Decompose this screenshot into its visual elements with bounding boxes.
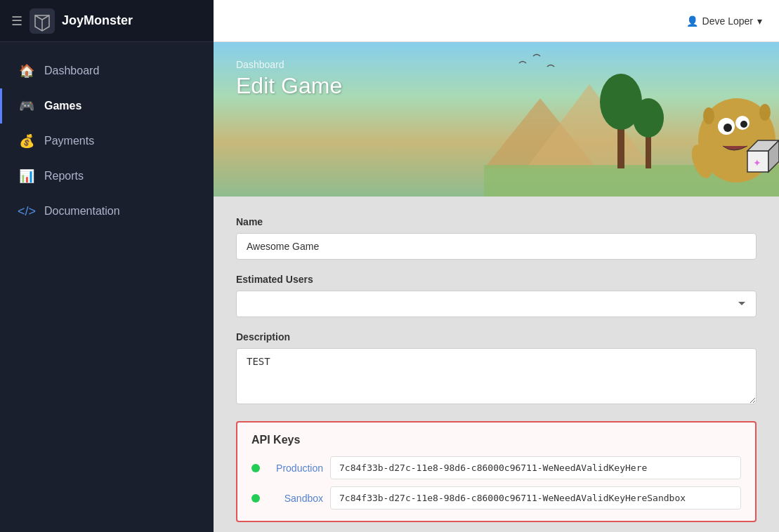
sidebar-item-label-games: Games bbox=[44, 100, 81, 112]
api-key-row-production: Production bbox=[251, 456, 741, 479]
api-keys-title: API Keys bbox=[251, 434, 741, 446]
sidebar-item-label-documentation: Documentation bbox=[44, 205, 120, 218]
logo-icon bbox=[30, 8, 55, 34]
payments-icon: 💰 bbox=[19, 133, 34, 149]
name-label: Name bbox=[236, 216, 757, 227]
user-label: Deve Loper bbox=[702, 15, 753, 27]
hero-title-area: Dashboard Edit Game bbox=[236, 59, 342, 99]
sidebar-item-payments[interactable]: 💰 Payments bbox=[0, 124, 214, 159]
sidebar-item-dashboard[interactable]: 🏠 Dashboard bbox=[0, 53, 214, 88]
navigation: 🏠 Dashboard 🎮 Games 💰 Payments 📊 Reports… bbox=[0, 42, 214, 532]
breadcrumb: Dashboard bbox=[236, 59, 342, 70]
name-input[interactable] bbox=[236, 233, 757, 260]
sidebar-item-documentation[interactable]: </> Documentation bbox=[0, 194, 214, 229]
games-icon: 🎮 bbox=[19, 98, 34, 114]
form-area: Name Estimated Users 1,000 10,000 100,00… bbox=[214, 197, 779, 532]
estimated-users-field-group: Estimated Users 1,000 10,000 100,000 bbox=[236, 274, 757, 317]
api-key-value-sandbox[interactable] bbox=[330, 486, 741, 510]
api-key-label-production: Production bbox=[267, 463, 323, 474]
api-key-value-production[interactable] bbox=[330, 456, 741, 479]
status-dot-production bbox=[251, 464, 260, 472]
svg-point-11 bbox=[633, 98, 664, 138]
api-keys-section: API Keys Production Sandbox bbox=[236, 421, 757, 522]
api-key-row-sandbox: Sandbox bbox=[251, 486, 741, 510]
svg-point-17 bbox=[703, 107, 714, 124]
description-field-group: Description TEST bbox=[236, 331, 757, 407]
sidebar-item-label-reports: Reports bbox=[44, 170, 84, 182]
hamburger-icon[interactable]: ☰ bbox=[11, 13, 22, 29]
sidebar-item-label-dashboard: Dashboard bbox=[44, 65, 99, 77]
sidebar-item-games[interactable]: 🎮 Games bbox=[0, 88, 214, 124]
svg-point-16 bbox=[740, 121, 747, 128]
user-icon: 👤 bbox=[686, 15, 698, 27]
sidebar-item-reports[interactable]: 📊 Reports bbox=[0, 159, 214, 194]
user-menu[interactable]: 👤 Deve Loper ▾ bbox=[686, 15, 762, 27]
status-dot-sandbox bbox=[251, 494, 260, 503]
sidebar-item-label-payments: Payments bbox=[44, 135, 94, 147]
app-name: JoyMonster bbox=[62, 13, 133, 28]
description-input[interactable]: TEST bbox=[236, 348, 757, 404]
svg-point-15 bbox=[724, 124, 732, 132]
estimated-users-label: Estimated Users bbox=[236, 274, 757, 285]
documentation-icon: </> bbox=[19, 204, 34, 219]
estimated-users-select[interactable]: 1,000 10,000 100,000 bbox=[236, 291, 757, 317]
name-field-group: Name bbox=[236, 216, 757, 260]
hero-banner: ✦ Dashboard Edit Game bbox=[214, 42, 779, 197]
topbar: 👤 Deve Loper ▾ bbox=[214, 0, 779, 42]
chevron-down-icon: ▾ bbox=[757, 15, 762, 27]
svg-point-18 bbox=[759, 104, 771, 121]
description-label: Description bbox=[236, 331, 757, 343]
api-key-label-sandbox: Sandbox bbox=[267, 493, 323, 504]
page-title: Edit Game bbox=[236, 73, 342, 99]
svg-text:✦: ✦ bbox=[753, 157, 761, 168]
main-content: 👤 Deve Loper ▾ bbox=[214, 0, 779, 532]
dashboard-icon: 🏠 bbox=[19, 63, 34, 79]
sidebar-header: ☰ JoyMonster bbox=[0, 0, 214, 42]
sidebar: ☰ JoyMonster 🏠 Dashboard 🎮 Games 💰 Payme… bbox=[0, 0, 214, 532]
reports-icon: 📊 bbox=[19, 168, 34, 184]
hero-decoration: ✦ bbox=[484, 42, 779, 197]
